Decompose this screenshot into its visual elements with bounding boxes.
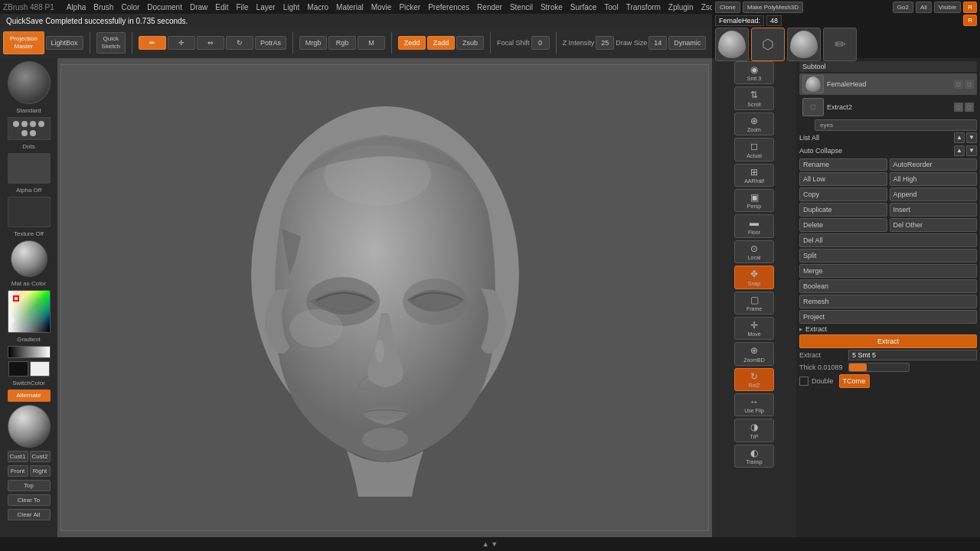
menu-item-macro[interactable]: Macro [307,3,328,11]
texture-swatch[interactable] [8,197,51,227]
trp-btn[interactable]: ◑ TrP [734,419,774,442]
edit-btn[interactable]: ✏ [139,36,166,50]
menu-item-tool[interactable]: Tool [604,3,618,11]
floor-btn[interactable]: ▬ Floor [734,214,774,237]
menu-item-file[interactable]: File [236,3,248,11]
insert-btn[interactable]: Insert [890,203,978,217]
material-preview-sphere[interactable] [8,405,51,448]
draw-size-value[interactable]: 14 [648,36,667,50]
persp-btn[interactable]: ▣ Persp [734,189,774,212]
head-sculpture[interactable] [61,65,708,530]
transp-btn[interactable]: ◐ Transp [734,445,774,468]
thick-slider[interactable] [848,363,910,372]
scroll-btn[interactable]: ⇅ Scroll [734,86,774,109]
menu-item-document[interactable]: Document [147,3,182,11]
project-btn[interactable]: Project [799,310,977,324]
make-polymesh3d-btn[interactable]: Make PolyMesh3D [743,2,803,13]
femalehead-thumb[interactable] [715,28,749,61]
move-view-btn[interactable]: ✛ Move [734,317,774,340]
zoombd-btn[interactable]: ⊕ ZoomBD [734,342,774,365]
actual-btn[interactable]: ◻ Actual [734,138,774,161]
alpha-swatch[interactable] [8,153,51,184]
menu-item-stencil[interactable]: Stencil [510,3,533,11]
menu-item-material[interactable]: Material [336,3,364,11]
menu-item-alpha[interactable]: Alpha [67,3,87,11]
stroke-dots-swatch[interactable] [8,117,51,140]
double-checkbox[interactable] [799,377,808,386]
menu-item-edit[interactable]: Edit [215,3,228,11]
subtool-extract2[interactable]: ⬡ Extract2 ◻ ◻ [799,96,977,118]
front-btn[interactable]: Front [8,465,28,477]
duplicate-btn[interactable]: Duplicate [799,203,887,217]
auto-collapse-down[interactable]: ▼ [966,145,977,156]
delete-btn[interactable]: Delete [799,218,887,232]
del-all-btn[interactable]: Del All [799,233,977,247]
menu-item-draw[interactable]: Draw [190,3,207,11]
all-btn[interactable]: All [916,2,932,13]
go2-btn[interactable]: Go2 [893,2,913,13]
menu-item-color[interactable]: Color [121,3,139,11]
auto-reorder-btn[interactable]: AutoReorder [890,158,978,171]
extract-btn[interactable]: Extract [799,334,977,348]
local-btn[interactable]: ⊙ Local [734,240,774,263]
menu-item-movie[interactable]: Movie [371,3,392,11]
subtool-eyes[interactable]: eyes [815,119,977,131]
alternate-btn[interactable]: Alternate [8,390,51,402]
menu-item-surface[interactable]: Surface [570,3,596,11]
portals-btn[interactable]: PotrAs [255,36,286,50]
all-low-btn[interactable]: All Low [799,172,887,186]
z-intensity-value[interactable]: 25 [596,36,614,50]
frame-btn[interactable]: ▢ Frame [734,292,774,315]
menu-item-stroke[interactable]: Stroke [541,3,563,11]
main-canvas-area[interactable] [57,58,712,537]
quicksketch-btn[interactable]: Quick Sketch [96,32,126,53]
rename-btn[interactable]: Rename [799,158,887,171]
move-icon-btn[interactable]: ✛ [168,36,195,50]
visible-btn[interactable]: Visible [934,2,961,13]
clone-btn[interactable]: Clone [715,2,740,13]
scale-icon-btn[interactable]: ⇔ [197,36,224,50]
auto-collapse-up[interactable]: ▲ [954,145,965,156]
menu-item-light[interactable]: Light [283,3,300,11]
remesh-btn[interactable]: Remesh [799,295,977,308]
boolean-btn[interactable]: Boolean [799,279,977,293]
copy-btn[interactable]: Copy [799,187,887,201]
r2-btn[interactable]: R [963,15,977,26]
m-btn[interactable]: M [358,36,385,50]
r-btn[interactable]: R [963,2,977,13]
dynamic-btn[interactable]: Dynamic [668,36,706,50]
lightbox-btn[interactable]: LightBox [46,36,83,50]
gradient-bar[interactable] [8,346,51,358]
projection-master-btn[interactable]: Projection Master [3,31,44,54]
simplebrush-thumb[interactable]: ✏ [823,28,857,61]
del-other-btn[interactable]: Del Other [890,218,978,232]
black-swatch[interactable] [8,361,28,377]
zadd-btn[interactable]: Zadd [427,36,455,50]
rotate-icon-btn[interactable]: ↻ [226,36,253,50]
useflip-btn[interactable]: ↔ Use Flip [734,393,774,416]
subtool-femalehead[interactable]: FemaleHead ◻ ◻ [799,73,977,95]
color-picker[interactable] [8,290,51,333]
smt-btn[interactable]: ◉ Smt 3 [734,61,774,84]
menu-item-picker[interactable]: Picker [399,3,420,11]
femalehead2-thumb[interactable] [787,28,821,61]
menu-item-brush[interactable]: Brush [93,3,113,11]
aarhalf-btn[interactable]: ⊞ AARhalf [734,164,774,187]
list-all-down[interactable]: ▼ [966,132,977,143]
rgb-btn[interactable]: Rgb [328,36,356,50]
merge-btn[interactable]: Merge [799,264,977,278]
clear-to-btn[interactable]: Clear To [8,494,51,506]
focal-shift-value[interactable]: 0 [531,36,550,50]
menu-item-zplugin[interactable]: Zplugin [668,3,694,11]
list-all-up[interactable]: ▲ [954,132,965,143]
cylinders3d-thumb[interactable]: ⬡ [751,28,785,61]
top-btn[interactable]: Top [8,480,51,491]
tcorne-btn[interactable]: TCorne [839,374,870,388]
menu-item-preferences[interactable]: Preferences [428,3,469,11]
clear-all-btn[interactable]: Clear All [8,509,51,520]
right-btn[interactable]: Right [30,465,51,477]
snap-btn[interactable]: ✥ Snap [734,266,774,289]
cust1-btn[interactable]: Cust1 [8,451,28,462]
brush-preview[interactable] [8,61,51,104]
material-sphere[interactable] [11,240,47,277]
